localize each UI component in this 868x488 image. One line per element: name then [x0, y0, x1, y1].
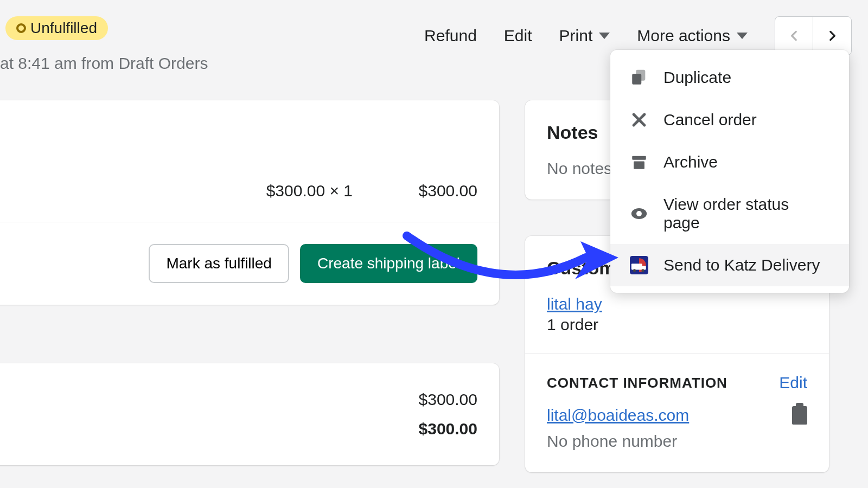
menu-label: Send to Katz Delivery	[663, 256, 820, 274]
svg-rect-8	[641, 266, 646, 269]
customer-phone: No phone number	[547, 432, 807, 451]
svg-point-5	[636, 211, 642, 216]
badge-label: Unfulfilled	[30, 20, 97, 37]
menu-item-view-status[interactable]: View order status page	[610, 183, 849, 244]
svg-rect-3	[634, 162, 644, 169]
customer-email-link[interactable]: lital@boaideas.com	[547, 406, 689, 425]
refund-button[interactable]: Refund	[424, 27, 477, 45]
menu-label: Cancel order	[663, 111, 757, 129]
menu-item-duplicate[interactable]: Duplicate	[610, 56, 849, 99]
chevron-down-icon	[599, 33, 610, 39]
close-icon	[630, 111, 648, 129]
summary-label: em	[0, 390, 1, 409]
contact-info-header: CONTACT INFORMATION Edit	[547, 374, 807, 392]
chevron-right-icon	[825, 29, 839, 43]
print-button[interactable]: Print	[559, 27, 610, 45]
menu-item-send-katz[interactable]: Send to Katz Delivery	[610, 244, 849, 286]
more-actions-label: More actions	[637, 27, 730, 45]
create-shipping-label-button[interactable]: Create shipping label	[300, 244, 477, 283]
archive-icon	[630, 153, 648, 171]
email-row: lital@boaideas.com	[547, 406, 807, 425]
fulfillment-badge: Unfulfilled	[5, 16, 108, 40]
menu-label: Archive	[663, 153, 718, 171]
customer-order-count: 1 order	[547, 316, 807, 334]
chevron-left-icon	[787, 29, 801, 43]
summary-row: em $300.00	[0, 385, 477, 414]
summary-total-value: $300.00	[419, 420, 477, 438]
print-label: Print	[559, 27, 593, 45]
contact-info-title: CONTACT INFORMATION	[547, 375, 727, 391]
line-item-total: $300.00	[396, 182, 477, 200]
menu-label: View order status page	[663, 195, 829, 232]
menu-item-archive[interactable]: Archive	[610, 141, 849, 183]
more-actions-menu: Duplicate Cancel order Archive View orde…	[610, 50, 849, 293]
payment-summary-card: em $300.00 $300.00	[0, 363, 499, 465]
fulfillment-actions: Mark as fulfilled Create shipping label	[0, 222, 499, 305]
svg-point-10	[642, 269, 644, 272]
more-actions-button[interactable]: More actions	[637, 27, 748, 45]
divider	[525, 354, 829, 354]
menu-label: Duplicate	[663, 68, 731, 87]
duplicate-icon	[630, 68, 648, 87]
edit-contact-button[interactable]: Edit	[779, 374, 807, 392]
next-order-button[interactable]	[813, 17, 851, 55]
edit-button[interactable]: Edit	[504, 27, 532, 45]
svg-rect-2	[632, 156, 646, 160]
summary-row-total: $300.00	[0, 414, 477, 444]
menu-item-cancel-order[interactable]: Cancel order	[610, 99, 849, 141]
line-item-unit-price: $300.00 × 1	[266, 182, 353, 200]
customer-name-link[interactable]: lital hay	[547, 295, 602, 313]
svg-rect-1	[636, 70, 645, 81]
unfulfilled-ring-icon	[16, 23, 26, 33]
fulfillment-card: $300.00 × 1 $300.00 Mark as fulfilled Cr…	[0, 100, 499, 305]
svg-point-9	[633, 269, 636, 272]
katz-delivery-icon	[630, 256, 648, 274]
prev-order-button[interactable]	[775, 17, 813, 55]
summary-value: $300.00	[419, 390, 477, 409]
clipboard-icon[interactable]	[792, 406, 807, 425]
mark-fulfilled-button[interactable]: Mark as fulfilled	[149, 244, 289, 283]
chevron-down-icon	[737, 33, 748, 39]
svg-rect-7	[631, 264, 642, 269]
eye-icon	[630, 204, 648, 223]
line-item-row: $300.00 × 1 $300.00	[0, 100, 499, 222]
order-meta-text: at 8:41 am from Draft Orders	[0, 54, 208, 73]
